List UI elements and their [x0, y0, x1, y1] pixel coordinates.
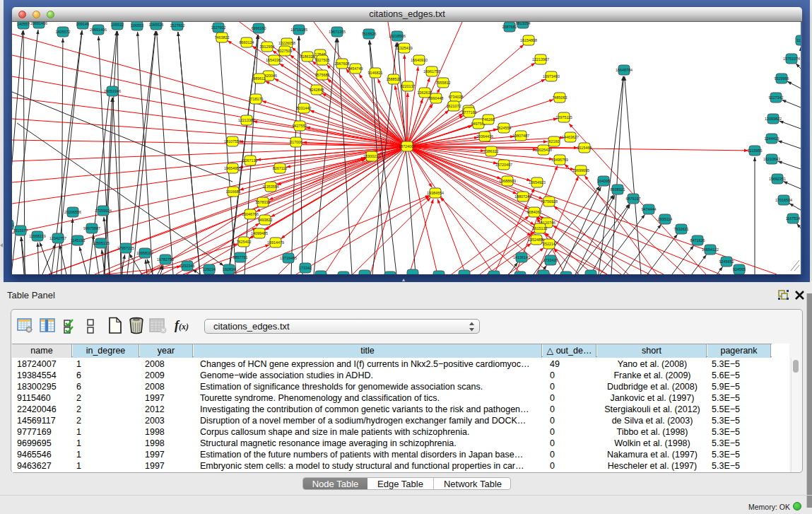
svg-text:8186328: 8186328	[300, 54, 315, 59]
svg-text:14099485: 14099485	[251, 231, 268, 235]
svg-text:19384554: 19384554	[427, 191, 444, 195]
svg-text:140557: 140557	[17, 22, 30, 26]
svg-text:18807249: 18807249	[514, 194, 531, 199]
svg-text:14463627: 14463627	[562, 135, 579, 139]
svg-text:19218506: 19218506	[389, 34, 406, 38]
svg-text:62160: 62160	[549, 139, 560, 144]
svg-text:12213383: 12213383	[238, 118, 255, 122]
svg-text:17957225: 17957225	[117, 246, 134, 250]
svg-text:15720407: 15720407	[495, 163, 512, 167]
svg-text:8031442: 8031442	[297, 106, 312, 110]
svg-text:10025438: 10025438	[535, 148, 552, 152]
svg-text:13654923: 13654923	[529, 180, 546, 185]
svg-text:99975887: 99975887	[83, 226, 100, 230]
svg-text:9327509: 9327509	[278, 49, 293, 53]
svg-text:9427552: 9427552	[293, 124, 307, 128]
svg-text:20691406: 20691406	[30, 22, 47, 25]
svg-text:1916685: 1916685	[226, 189, 241, 194]
svg-text:317006: 317006	[290, 140, 302, 144]
svg-text:13495759: 13495759	[551, 158, 568, 162]
svg-text:1145193: 1145193	[71, 238, 86, 243]
svg-text:1244419: 1244419	[765, 136, 779, 141]
svg-text:9474444: 9474444	[642, 207, 657, 211]
svg-text:1733426: 1733426	[543, 258, 558, 262]
svg-text:8220137: 8220137	[401, 84, 416, 88]
svg-text:16914479: 16914479	[267, 240, 284, 245]
svg-text:11568219: 11568219	[29, 234, 46, 238]
svg-text:3215955: 3215955	[748, 148, 763, 153]
svg-text:3267130: 3267130	[243, 158, 258, 163]
svg-text:10719185: 10719185	[290, 28, 307, 32]
svg-text:8990448: 8990448	[429, 96, 444, 100]
svg-text:7485063: 7485063	[553, 95, 567, 100]
svg-text:17359924: 17359924	[95, 209, 112, 213]
svg-text:12975115: 12975115	[555, 115, 572, 119]
svg-text:7625402: 7625402	[237, 240, 252, 244]
svg-text:10973493: 10973493	[543, 74, 560, 78]
svg-text:16543362: 16543362	[266, 58, 283, 62]
svg-text:15751074: 15751074	[783, 57, 800, 61]
svg-text:746266: 746266	[482, 117, 495, 122]
svg-text:7386322: 7386322	[484, 149, 499, 153]
svg-text:13716485: 13716485	[280, 256, 297, 260]
svg-text:16648784: 16648784	[616, 68, 632, 72]
svg-text:1527602: 1527602	[170, 23, 185, 28]
svg-text:11325419: 11325419	[396, 46, 413, 50]
svg-text:8813054: 8813054	[516, 22, 531, 25]
svg-text:9227342: 9227342	[769, 95, 784, 100]
svg-text:9084067: 9084067	[527, 210, 542, 214]
svg-text:12342757: 12342757	[49, 236, 66, 240]
svg-text:164095: 164095	[597, 179, 610, 183]
svg-text:1405572: 1405572	[56, 30, 71, 34]
svg-text:16640910: 16640910	[411, 58, 428, 62]
svg-text:12505135: 12505135	[93, 241, 110, 245]
svg-text:1615132: 1615132	[533, 226, 548, 230]
svg-text:7955812: 7955812	[436, 81, 451, 85]
svg-text:19671355: 19671355	[329, 30, 346, 34]
svg-text:9777169: 9777169	[462, 110, 477, 115]
svg-text:26053346: 26053346	[104, 89, 121, 93]
svg-text:11353594: 11353594	[262, 185, 279, 189]
svg-text:1167534: 1167534	[786, 216, 801, 221]
svg-text:9857791: 9857791	[233, 255, 248, 259]
svg-text:20364436: 20364436	[476, 134, 493, 139]
svg-text:6879197: 6879197	[626, 197, 641, 201]
svg-text:16210643: 16210643	[763, 157, 780, 161]
svg-text:192834: 192834	[223, 267, 235, 271]
svg-text:8938921: 8938921	[611, 187, 625, 192]
svg-text:209146: 209146	[76, 22, 89, 26]
svg-text:2087682: 2087682	[502, 25, 517, 29]
svg-text:18724007: 18724007	[399, 144, 416, 148]
svg-text:105532: 105532	[111, 23, 124, 27]
svg-text:17016504: 17016504	[775, 198, 792, 202]
svg-text:5578332: 5578332	[256, 200, 271, 204]
svg-text:173342: 173342	[299, 266, 312, 270]
svg-text:10807487: 10807487	[512, 134, 529, 138]
svg-text:2967608: 2967608	[335, 62, 350, 66]
svg-text:20206556: 20206556	[64, 210, 81, 214]
svg-text:10958107: 10958107	[136, 251, 153, 255]
svg-text:16782759: 16782759	[157, 257, 174, 262]
svg-text:3915977: 3915977	[13, 228, 28, 233]
svg-text:9245652: 9245652	[719, 259, 734, 264]
svg-text:6966160: 6966160	[252, 26, 266, 30]
svg-text:7632621: 7632621	[674, 227, 689, 231]
svg-text:10688609: 10688609	[499, 179, 516, 183]
svg-text:11123: 11123	[796, 38, 801, 42]
svg-text:8471626: 8471626	[690, 238, 705, 243]
svg-text:129234: 129234	[203, 267, 216, 271]
svg-text:2935114: 2935114	[658, 217, 673, 221]
svg-text:2718179: 2718179	[249, 97, 264, 101]
svg-text:16154808: 16154808	[520, 38, 537, 42]
svg-text:3912954: 3912954	[260, 45, 275, 49]
svg-text:252214: 252214	[543, 242, 555, 246]
svg-text:12093822: 12093822	[765, 117, 782, 121]
svg-text:15692351: 15692351	[769, 177, 786, 181]
svg-text:924565: 924565	[733, 267, 746, 271]
svg-text:9115460: 9115460	[577, 146, 592, 150]
svg-text:6734028: 6734028	[449, 95, 464, 99]
svg-text:1527602: 1527602	[211, 25, 226, 30]
svg-text:9242848: 9242848	[310, 88, 324, 92]
svg-text:10699695: 10699695	[572, 168, 589, 173]
svg-text:9146821: 9146821	[368, 71, 383, 75]
